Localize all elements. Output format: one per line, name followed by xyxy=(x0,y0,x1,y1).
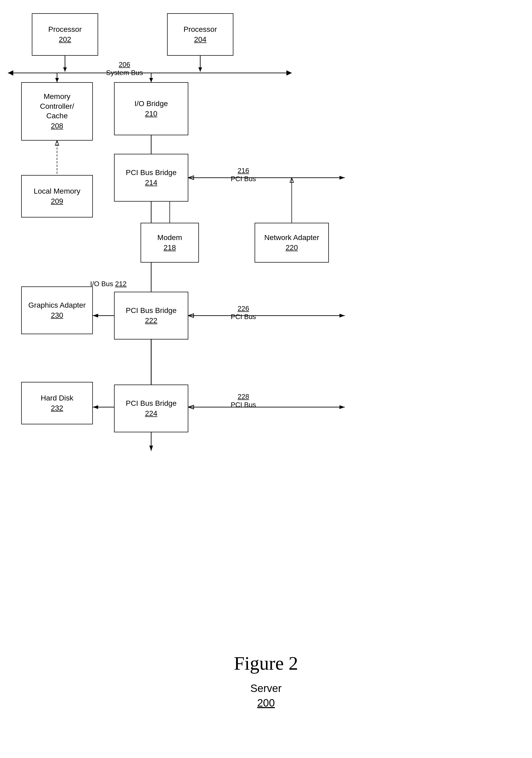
processor-202-box: Processor 202 xyxy=(32,13,98,56)
diagram: Processor 202 Processor 204 206 System B… xyxy=(0,0,532,637)
pci-bus-228-num: 228 xyxy=(238,393,249,400)
io-bridge-210-num: 210 xyxy=(145,109,157,119)
svg-marker-27 xyxy=(188,314,194,318)
local-memory-209-num: 209 xyxy=(51,196,63,206)
network-adapter-220-label: Network Adapter xyxy=(264,233,319,242)
graphics-adapter-230-box: Graphics Adapter 230 xyxy=(21,287,93,334)
svg-marker-17 xyxy=(340,176,345,180)
pci-bus-bridge-222-label: PCI Bus Bridge xyxy=(126,306,176,315)
figure-caption: Figure 2 Server 200 xyxy=(0,642,532,725)
svg-marker-29 xyxy=(93,405,98,409)
modem-218-num: 218 xyxy=(164,243,176,253)
processor-202-label: Processor xyxy=(48,25,82,34)
pci-bus-228-text: PCI Bus xyxy=(231,401,256,409)
io-bus-212-label: I/O Bus 212 xyxy=(90,280,126,288)
memory-controller-208-num: 208 xyxy=(51,121,63,131)
processor-204-label: Processor xyxy=(183,25,217,34)
svg-marker-5 xyxy=(8,70,13,76)
io-bridge-210-box: I/O Bridge 210 xyxy=(114,82,188,135)
figure-title: Figure 2 xyxy=(0,652,532,674)
pci-bus-216-num: 216 xyxy=(238,167,249,175)
local-memory-209-box: Local Memory 209 xyxy=(21,175,93,218)
svg-marker-1 xyxy=(63,67,67,72)
svg-marker-32 xyxy=(188,405,194,409)
svg-marker-26 xyxy=(340,314,345,318)
graphics-adapter-230-label: Graphics Adapter xyxy=(28,300,86,310)
hard-disk-232-label: Hard Disk xyxy=(41,393,74,403)
pci-bus-bridge-224-label: PCI Bus Bridge xyxy=(126,398,176,408)
processor-204-box: Processor 204 xyxy=(167,13,233,56)
pci-bus-226-num: 226 xyxy=(238,304,249,312)
pci-bus-bridge-224-box: PCI Bus Bridge 224 xyxy=(114,385,188,432)
system-bus-num: 206 xyxy=(119,60,130,68)
svg-marker-10 xyxy=(149,78,153,82)
network-adapter-220-box: Network Adapter 220 xyxy=(254,223,329,262)
pci-bus-226-label: 226 PCI Bus xyxy=(231,304,256,321)
svg-marker-6 xyxy=(286,70,292,76)
modem-218-box: Modem 218 xyxy=(141,223,199,262)
memory-controller-208-label: MemoryController/Cache xyxy=(40,92,74,121)
svg-marker-31 xyxy=(340,405,345,409)
modem-218-label: Modem xyxy=(157,233,182,242)
svg-marker-12 xyxy=(55,141,59,145)
io-bus-212-text: I/O Bus 212 xyxy=(90,280,126,288)
svg-marker-3 xyxy=(198,67,202,72)
local-memory-209-label: Local Memory xyxy=(34,187,80,196)
io-bridge-210-label: I/O Bridge xyxy=(134,99,168,109)
svg-marker-18 xyxy=(188,176,194,180)
pci-bus-226-text: PCI Bus xyxy=(231,313,256,321)
svg-marker-22 xyxy=(290,178,294,183)
pci-bus-bridge-214-label: PCI Bus Bridge xyxy=(126,168,176,177)
network-adapter-220-num: 220 xyxy=(285,243,298,253)
svg-marker-8 xyxy=(55,78,59,82)
processor-202-num: 202 xyxy=(59,35,71,44)
processor-204-num: 204 xyxy=(194,35,207,44)
figure-subtitle: Server xyxy=(0,682,532,694)
system-bus-label: 206 System Bus xyxy=(106,60,143,77)
pci-bus-bridge-224-num: 224 xyxy=(145,409,157,418)
pci-bus-216-label: 216 PCI Bus xyxy=(231,167,256,183)
pci-bus-216-text: PCI Bus xyxy=(231,175,256,183)
figure-num: 200 xyxy=(0,697,532,709)
pci-bus-bridge-214-num: 214 xyxy=(145,178,157,188)
pci-bus-bridge-222-box: PCI Bus Bridge 222 xyxy=(114,292,188,339)
pci-bus-bridge-214-box: PCI Bus Bridge 214 xyxy=(114,154,188,202)
pci-bus-228-label: 228 PCI Bus xyxy=(231,393,256,409)
svg-marker-35 xyxy=(149,446,153,451)
svg-marker-24 xyxy=(93,314,98,318)
pci-bus-bridge-222-num: 222 xyxy=(145,316,157,326)
system-bus-text: System Bus xyxy=(106,69,143,77)
hard-disk-232-box: Hard Disk 232 xyxy=(21,382,93,424)
memory-controller-208-box: MemoryController/Cache 208 xyxy=(21,82,93,141)
graphics-adapter-230-num: 230 xyxy=(51,311,63,320)
hard-disk-232-num: 232 xyxy=(51,403,63,413)
